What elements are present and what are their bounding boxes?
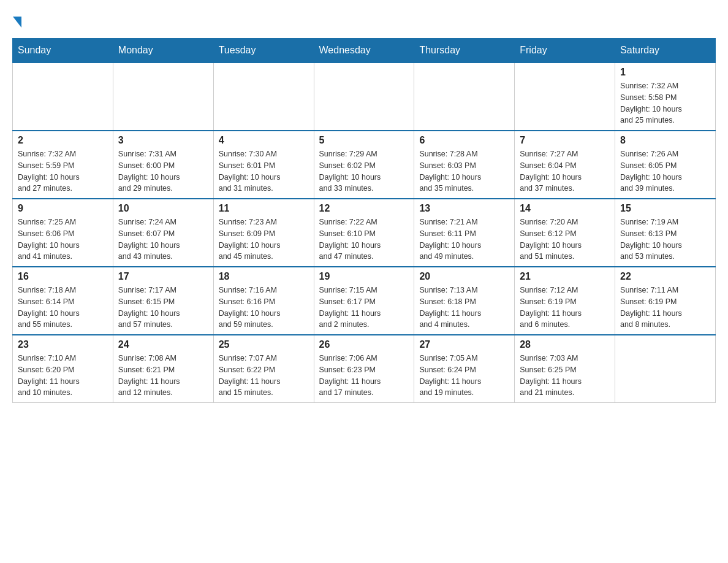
calendar-table: SundayMondayTuesdayWednesdayThursdayFrid… bbox=[12, 38, 716, 403]
day-number: 14 bbox=[520, 203, 610, 214]
day-info: Sunrise: 7:18 AM Sunset: 6:14 PM Dayligh… bbox=[18, 285, 108, 331]
calendar-day-cell: 23Sunrise: 7:10 AM Sunset: 6:20 PM Dayli… bbox=[13, 335, 113, 403]
calendar-day-cell: 21Sunrise: 7:12 AM Sunset: 6:19 PM Dayli… bbox=[515, 267, 615, 335]
day-number: 9 bbox=[18, 203, 108, 214]
calendar-day-cell bbox=[515, 63, 615, 131]
calendar-day-cell: 6Sunrise: 7:28 AM Sunset: 6:03 PM Daylig… bbox=[414, 131, 515, 199]
day-info: Sunrise: 7:21 AM Sunset: 6:11 PM Dayligh… bbox=[419, 216, 509, 262]
calendar-day-cell: 9Sunrise: 7:25 AM Sunset: 6:06 PM Daylig… bbox=[13, 199, 113, 267]
calendar-day-cell: 27Sunrise: 7:05 AM Sunset: 6:24 PM Dayli… bbox=[414, 335, 515, 403]
day-number: 3 bbox=[118, 135, 208, 146]
logo bbox=[12, 12, 22, 32]
day-info: Sunrise: 7:16 AM Sunset: 6:16 PM Dayligh… bbox=[219, 285, 309, 331]
calendar-header-row: SundayMondayTuesdayWednesdayThursdayFrid… bbox=[13, 39, 716, 63]
day-info: Sunrise: 7:17 AM Sunset: 6:15 PM Dayligh… bbox=[118, 285, 208, 331]
day-number: 27 bbox=[419, 339, 509, 350]
day-info: Sunrise: 7:30 AM Sunset: 6:01 PM Dayligh… bbox=[219, 148, 309, 194]
calendar-day-cell: 2Sunrise: 7:32 AM Sunset: 5:59 PM Daylig… bbox=[13, 131, 113, 199]
day-info: Sunrise: 7:07 AM Sunset: 6:22 PM Dayligh… bbox=[219, 353, 309, 399]
day-number: 23 bbox=[18, 339, 108, 350]
day-number: 11 bbox=[219, 203, 309, 214]
day-info: Sunrise: 7:05 AM Sunset: 6:24 PM Dayligh… bbox=[419, 353, 509, 399]
calendar-day-cell: 14Sunrise: 7:20 AM Sunset: 6:12 PM Dayli… bbox=[515, 199, 615, 267]
day-number: 28 bbox=[520, 339, 610, 350]
calendar-week-row: 1Sunrise: 7:32 AM Sunset: 5:58 PM Daylig… bbox=[13, 63, 716, 131]
column-header-tuesday: Tuesday bbox=[213, 39, 314, 63]
calendar-week-row: 23Sunrise: 7:10 AM Sunset: 6:20 PM Dayli… bbox=[13, 335, 716, 403]
calendar-day-cell: 19Sunrise: 7:15 AM Sunset: 6:17 PM Dayli… bbox=[314, 267, 414, 335]
day-number: 19 bbox=[319, 271, 409, 282]
calendar-day-cell: 5Sunrise: 7:29 AM Sunset: 6:02 PM Daylig… bbox=[314, 131, 414, 199]
calendar-day-cell: 3Sunrise: 7:31 AM Sunset: 6:00 PM Daylig… bbox=[113, 131, 213, 199]
calendar-day-cell: 24Sunrise: 7:08 AM Sunset: 6:21 PM Dayli… bbox=[113, 335, 213, 403]
calendar-day-cell bbox=[113, 63, 213, 131]
calendar-day-cell bbox=[414, 63, 515, 131]
day-info: Sunrise: 7:27 AM Sunset: 6:04 PM Dayligh… bbox=[520, 148, 610, 194]
calendar-day-cell bbox=[213, 63, 314, 131]
day-number: 5 bbox=[319, 135, 409, 146]
column-header-wednesday: Wednesday bbox=[314, 39, 414, 63]
day-number: 24 bbox=[118, 339, 208, 350]
day-info: Sunrise: 7:22 AM Sunset: 6:10 PM Dayligh… bbox=[319, 216, 409, 262]
day-info: Sunrise: 7:28 AM Sunset: 6:03 PM Dayligh… bbox=[419, 148, 509, 194]
calendar-week-row: 16Sunrise: 7:18 AM Sunset: 6:14 PM Dayli… bbox=[13, 267, 716, 335]
day-info: Sunrise: 7:13 AM Sunset: 6:18 PM Dayligh… bbox=[419, 285, 509, 331]
calendar-day-cell: 20Sunrise: 7:13 AM Sunset: 6:18 PM Dayli… bbox=[414, 267, 515, 335]
calendar-day-cell: 15Sunrise: 7:19 AM Sunset: 6:13 PM Dayli… bbox=[615, 199, 716, 267]
day-info: Sunrise: 7:20 AM Sunset: 6:12 PM Dayligh… bbox=[520, 216, 610, 262]
column-header-saturday: Saturday bbox=[615, 39, 716, 63]
calendar-day-cell: 1Sunrise: 7:32 AM Sunset: 5:58 PM Daylig… bbox=[615, 63, 716, 131]
day-number: 7 bbox=[520, 135, 610, 146]
logo-arrow-icon bbox=[13, 17, 21, 28]
calendar-day-cell: 22Sunrise: 7:11 AM Sunset: 6:19 PM Dayli… bbox=[615, 267, 716, 335]
day-info: Sunrise: 7:32 AM Sunset: 5:59 PM Dayligh… bbox=[18, 148, 108, 194]
calendar-day-cell bbox=[615, 335, 716, 403]
calendar-day-cell: 17Sunrise: 7:17 AM Sunset: 6:15 PM Dayli… bbox=[113, 267, 213, 335]
day-info: Sunrise: 7:12 AM Sunset: 6:19 PM Dayligh… bbox=[520, 285, 610, 331]
day-info: Sunrise: 7:15 AM Sunset: 6:17 PM Dayligh… bbox=[319, 285, 409, 331]
calendar-day-cell bbox=[314, 63, 414, 131]
day-number: 1 bbox=[620, 67, 710, 78]
calendar-day-cell: 16Sunrise: 7:18 AM Sunset: 6:14 PM Dayli… bbox=[13, 267, 113, 335]
calendar-day-cell: 11Sunrise: 7:23 AM Sunset: 6:09 PM Dayli… bbox=[213, 199, 314, 267]
day-number: 2 bbox=[18, 135, 108, 146]
day-info: Sunrise: 7:03 AM Sunset: 6:25 PM Dayligh… bbox=[520, 353, 610, 399]
calendar-day-cell: 18Sunrise: 7:16 AM Sunset: 6:16 PM Dayli… bbox=[213, 267, 314, 335]
calendar-week-row: 2Sunrise: 7:32 AM Sunset: 5:59 PM Daylig… bbox=[13, 131, 716, 199]
calendar-day-cell: 25Sunrise: 7:07 AM Sunset: 6:22 PM Dayli… bbox=[213, 335, 314, 403]
day-number: 6 bbox=[419, 135, 509, 146]
day-number: 17 bbox=[118, 271, 208, 282]
day-info: Sunrise: 7:23 AM Sunset: 6:09 PM Dayligh… bbox=[219, 216, 309, 262]
day-info: Sunrise: 7:19 AM Sunset: 6:13 PM Dayligh… bbox=[620, 216, 710, 262]
day-info: Sunrise: 7:32 AM Sunset: 5:58 PM Dayligh… bbox=[620, 80, 710, 126]
column-header-thursday: Thursday bbox=[414, 39, 515, 63]
calendar-day-cell: 12Sunrise: 7:22 AM Sunset: 6:10 PM Dayli… bbox=[314, 199, 414, 267]
day-number: 26 bbox=[319, 339, 409, 350]
day-info: Sunrise: 7:26 AM Sunset: 6:05 PM Dayligh… bbox=[620, 148, 710, 194]
calendar-day-cell: 13Sunrise: 7:21 AM Sunset: 6:11 PM Dayli… bbox=[414, 199, 515, 267]
calendar-week-row: 9Sunrise: 7:25 AM Sunset: 6:06 PM Daylig… bbox=[13, 199, 716, 267]
column-header-sunday: Sunday bbox=[13, 39, 113, 63]
column-header-monday: Monday bbox=[113, 39, 213, 63]
day-number: 16 bbox=[18, 271, 108, 282]
calendar-day-cell: 10Sunrise: 7:24 AM Sunset: 6:07 PM Dayli… bbox=[113, 199, 213, 267]
calendar-day-cell: 28Sunrise: 7:03 AM Sunset: 6:25 PM Dayli… bbox=[515, 335, 615, 403]
column-header-friday: Friday bbox=[515, 39, 615, 63]
calendar-day-cell: 7Sunrise: 7:27 AM Sunset: 6:04 PM Daylig… bbox=[515, 131, 615, 199]
day-number: 13 bbox=[419, 203, 509, 214]
day-number: 20 bbox=[419, 271, 509, 282]
day-info: Sunrise: 7:08 AM Sunset: 6:21 PM Dayligh… bbox=[118, 353, 208, 399]
day-info: Sunrise: 7:31 AM Sunset: 6:00 PM Dayligh… bbox=[118, 148, 208, 194]
day-number: 18 bbox=[219, 271, 309, 282]
day-info: Sunrise: 7:24 AM Sunset: 6:07 PM Dayligh… bbox=[118, 216, 208, 262]
calendar-day-cell: 4Sunrise: 7:30 AM Sunset: 6:01 PM Daylig… bbox=[213, 131, 314, 199]
day-number: 4 bbox=[219, 135, 309, 146]
day-number: 21 bbox=[520, 271, 610, 282]
page-header bbox=[12, 12, 716, 32]
calendar-day-cell: 26Sunrise: 7:06 AM Sunset: 6:23 PM Dayli… bbox=[314, 335, 414, 403]
day-number: 15 bbox=[620, 203, 710, 214]
day-number: 8 bbox=[620, 135, 710, 146]
day-number: 10 bbox=[118, 203, 208, 214]
day-info: Sunrise: 7:10 AM Sunset: 6:20 PM Dayligh… bbox=[18, 353, 108, 399]
day-number: 12 bbox=[319, 203, 409, 214]
